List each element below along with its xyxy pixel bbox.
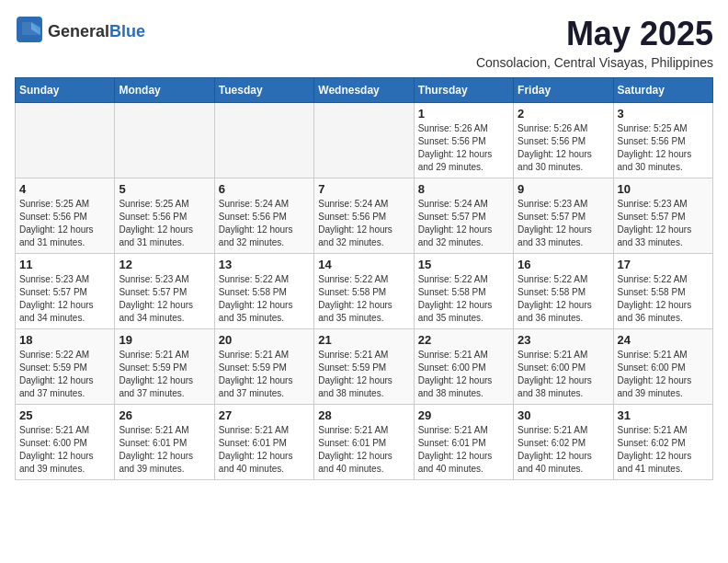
calendar-cell: 1Sunrise: 5:26 AMSunset: 5:56 PMDaylight… [414,103,513,178]
day-number: 9 [518,182,609,196]
calendar-cell: 28Sunrise: 5:21 AMSunset: 6:01 PMDayligh… [314,405,414,480]
calendar-cell: 18Sunrise: 5:22 AMSunset: 5:59 PMDayligh… [16,329,115,405]
calendar-week-row: 25Sunrise: 5:21 AMSunset: 6:00 PMDayligh… [16,405,713,480]
day-info: Sunrise: 5:23 AMSunset: 5:57 PMDaylight:… [518,198,609,249]
title-area: May 2025 Consolacion, Central Visayas, P… [476,15,713,70]
day-number: 17 [618,258,709,271]
day-number: 21 [318,333,409,347]
calendar-cell: 29Sunrise: 5:21 AMSunset: 6:01 PMDayligh… [414,405,513,480]
day-info: Sunrise: 5:21 AMSunset: 6:00 PMDaylight:… [518,349,609,400]
day-info: Sunrise: 5:21 AMSunset: 5:59 PMDaylight:… [318,349,409,400]
calendar-cell: 23Sunrise: 5:21 AMSunset: 6:00 PMDayligh… [514,329,613,405]
day-number: 19 [119,333,210,347]
day-info: Sunrise: 5:21 AMSunset: 6:02 PMDaylight:… [518,424,609,476]
calendar-cell: 26Sunrise: 5:21 AMSunset: 6:01 PMDayligh… [115,405,214,480]
day-info: Sunrise: 5:24 AMSunset: 5:56 PMDaylight:… [318,198,409,249]
day-info: Sunrise: 5:23 AMSunset: 5:57 PMDaylight:… [119,273,210,325]
day-number: 8 [418,182,509,196]
day-info: Sunrise: 5:26 AMSunset: 5:56 PMDaylight:… [418,122,509,174]
day-number: 31 [618,408,709,422]
day-number: 24 [618,333,709,347]
calendar-cell: 3Sunrise: 5:25 AMSunset: 5:56 PMDaylight… [613,103,712,178]
calendar-cell: 30Sunrise: 5:21 AMSunset: 6:02 PMDayligh… [514,405,613,480]
day-number: 10 [618,182,709,196]
day-info: Sunrise: 5:21 AMSunset: 6:01 PMDaylight:… [219,424,310,476]
logo-blue: Blue [109,22,145,40]
day-number: 12 [119,258,210,271]
day-info: Sunrise: 5:22 AMSunset: 5:58 PMDaylight:… [318,273,409,325]
day-number: 27 [219,408,310,422]
calendar-week-row: 4Sunrise: 5:25 AMSunset: 5:56 PMDaylight… [16,178,713,254]
day-info: Sunrise: 5:24 AMSunset: 5:56 PMDaylight:… [219,198,310,249]
day-number: 13 [219,258,310,271]
day-info: Sunrise: 5:21 AMSunset: 6:01 PMDaylight:… [418,424,509,476]
day-info: Sunrise: 5:21 AMSunset: 6:00 PMDaylight:… [418,349,509,400]
day-number: 5 [119,182,210,196]
calendar-cell: 20Sunrise: 5:21 AMSunset: 5:59 PMDayligh… [214,329,313,405]
weekday-header-tuesday: Tuesday [214,78,313,103]
page-header: GeneralBlue May 2025 Consolacion, Centra… [15,15,713,70]
calendar-week-row: 1Sunrise: 5:26 AMSunset: 5:56 PMDaylight… [16,103,713,178]
day-info: Sunrise: 5:22 AMSunset: 5:58 PMDaylight:… [418,273,509,325]
day-info: Sunrise: 5:21 AMSunset: 5:59 PMDaylight:… [219,349,310,400]
day-number: 4 [19,182,110,196]
day-number: 1 [418,107,509,121]
calendar-cell: 5Sunrise: 5:25 AMSunset: 5:56 PMDaylight… [115,178,214,254]
day-info: Sunrise: 5:25 AMSunset: 5:56 PMDaylight:… [618,122,709,174]
calendar-cell: 7Sunrise: 5:24 AMSunset: 5:56 PMDaylight… [314,178,414,254]
day-number: 22 [418,333,509,347]
day-info: Sunrise: 5:21 AMSunset: 6:00 PMDaylight:… [618,349,709,400]
day-info: Sunrise: 5:24 AMSunset: 5:57 PMDaylight:… [418,198,509,249]
day-info: Sunrise: 5:21 AMSunset: 6:01 PMDaylight:… [119,424,210,476]
weekday-header-sunday: Sunday [16,78,115,103]
calendar-cell: 11Sunrise: 5:23 AMSunset: 5:57 PMDayligh… [16,254,115,329]
day-number: 2 [518,107,609,121]
calendar-cell: 27Sunrise: 5:21 AMSunset: 6:01 PMDayligh… [214,405,313,480]
weekday-header-wednesday: Wednesday [314,78,414,103]
day-info: Sunrise: 5:23 AMSunset: 5:57 PMDaylight:… [19,273,110,325]
logo-wordmark: GeneralBlue [48,22,145,41]
calendar-cell: 21Sunrise: 5:21 AMSunset: 5:59 PMDayligh… [314,329,414,405]
calendar-cell [214,103,313,178]
weekday-header-monday: Monday [115,78,214,103]
day-info: Sunrise: 5:21 AMSunset: 6:02 PMDaylight:… [618,424,709,476]
day-info: Sunrise: 5:21 AMSunset: 6:00 PMDaylight:… [19,424,110,476]
calendar-cell: 13Sunrise: 5:22 AMSunset: 5:58 PMDayligh… [214,254,313,329]
calendar-cell: 19Sunrise: 5:21 AMSunset: 5:59 PMDayligh… [115,329,214,405]
calendar-cell [115,103,214,178]
day-number: 28 [318,408,409,422]
weekday-header-saturday: Saturday [613,78,712,103]
calendar-cell: 17Sunrise: 5:22 AMSunset: 5:58 PMDayligh… [613,254,712,329]
day-number: 7 [318,182,409,196]
month-title: May 2025 [476,15,713,53]
day-info: Sunrise: 5:21 AMSunset: 6:01 PMDaylight:… [318,424,409,476]
day-number: 25 [19,408,110,422]
calendar-week-row: 11Sunrise: 5:23 AMSunset: 5:57 PMDayligh… [16,254,713,329]
calendar-week-row: 18Sunrise: 5:22 AMSunset: 5:59 PMDayligh… [16,329,713,405]
calendar-cell: 24Sunrise: 5:21 AMSunset: 6:00 PMDayligh… [613,329,712,405]
day-info: Sunrise: 5:22 AMSunset: 5:58 PMDaylight:… [618,273,709,325]
day-info: Sunrise: 5:25 AMSunset: 5:56 PMDaylight:… [19,198,110,249]
calendar-cell: 12Sunrise: 5:23 AMSunset: 5:57 PMDayligh… [115,254,214,329]
day-info: Sunrise: 5:22 AMSunset: 5:59 PMDaylight:… [19,349,110,400]
calendar-cell [16,103,115,178]
calendar-cell: 2Sunrise: 5:26 AMSunset: 5:56 PMDaylight… [514,103,613,178]
logo-icon [15,15,44,48]
weekday-header-friday: Friday [514,78,613,103]
day-info: Sunrise: 5:22 AMSunset: 5:58 PMDaylight:… [219,273,310,325]
calendar-cell: 8Sunrise: 5:24 AMSunset: 5:57 PMDaylight… [414,178,513,254]
calendar-cell: 6Sunrise: 5:24 AMSunset: 5:56 PMDaylight… [214,178,313,254]
day-info: Sunrise: 5:21 AMSunset: 5:59 PMDaylight:… [119,349,210,400]
calendar-cell: 10Sunrise: 5:23 AMSunset: 5:57 PMDayligh… [613,178,712,254]
calendar-cell: 4Sunrise: 5:25 AMSunset: 5:56 PMDaylight… [16,178,115,254]
calendar-cell: 9Sunrise: 5:23 AMSunset: 5:57 PMDaylight… [514,178,613,254]
weekday-header-row: SundayMondayTuesdayWednesdayThursdayFrid… [16,78,713,103]
day-info: Sunrise: 5:22 AMSunset: 5:58 PMDaylight:… [518,273,609,325]
calendar-cell: 15Sunrise: 5:22 AMSunset: 5:58 PMDayligh… [414,254,513,329]
day-number: 20 [219,333,310,347]
location-title: Consolacion, Central Visayas, Philippine… [476,55,713,70]
weekday-header-thursday: Thursday [414,78,513,103]
day-number: 15 [418,258,509,271]
calendar-cell [314,103,414,178]
calendar-cell: 31Sunrise: 5:21 AMSunset: 6:02 PMDayligh… [613,405,712,480]
